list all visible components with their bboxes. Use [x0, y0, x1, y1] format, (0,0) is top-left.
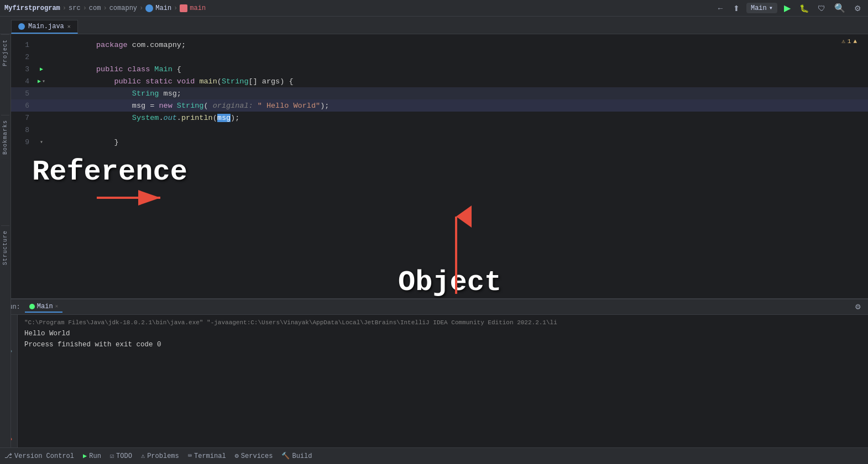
code-line-9: 9 ▾ }	[11, 136, 868, 148]
bottom-panel: Run: Main ✕ ⚙ ▶ ↑ 🔧 ↓ ■ ↵ 🖨 ⊞ 🗑	[0, 298, 868, 447]
vcs-icon: ⎇	[4, 452, 12, 460]
run-status-icon	[29, 304, 35, 309]
editor-area: ⚠ 1 ▲ 1 package com.comapny; 2 3	[11, 34, 868, 298]
main-method-icon	[180, 4, 187, 12]
code-container: 1 package com.comapny; 2 3 ▶ public cl	[11, 34, 868, 152]
services-label: Services	[241, 452, 273, 460]
console-line-3: Process finished with exit code 0	[24, 339, 861, 350]
line-num-9: 9	[11, 138, 36, 146]
tab-main-java[interactable]: Main.java ✕	[11, 20, 78, 34]
title-bar: Myfirstprogram › src › com › comapny › M…	[0, 0, 868, 17]
line-gutter-4: ▶ ▾	[36, 78, 47, 85]
status-bar: ⎇ Version Control ▶ Run ☑ TODO ⚠ Problem…	[0, 447, 868, 464]
status-problems[interactable]: ⚠ Problems	[141, 452, 179, 460]
line-num-2: 2	[11, 53, 36, 61]
bottom-tabs: Run: Main ✕ ⚙	[0, 299, 868, 315]
project-name[interactable]: Myfirstprogram	[4, 4, 60, 12]
todo-label: TODO	[116, 452, 132, 460]
bottom-tab-main[interactable]: Main ✕	[25, 302, 62, 313]
tab-java-icon	[18, 23, 25, 30]
breadcrumb-main: Main	[155, 4, 171, 12]
coverage-button[interactable]: 🛡	[815, 3, 828, 14]
bottom-content: ▶ ↑ 🔧 ↓ ■ ↵ 🖨 ⊞ 🗑 📌 "C:\Program Files\Ja…	[0, 315, 868, 447]
status-version-control[interactable]: ⎇ Version Control	[4, 452, 74, 460]
run-gutter-icon-4[interactable]: ▶	[38, 78, 41, 85]
build-icon: 🔨	[281, 452, 290, 460]
main-class-icon	[145, 4, 153, 12]
search-button[interactable]: 🔍	[832, 2, 848, 14]
run-status-play-icon: ▶	[83, 452, 87, 460]
terminal-icon: ⌨	[188, 452, 192, 460]
reference-arrow	[97, 189, 169, 209]
console-command: "C:\Program Files\Java\jdk-18.0.2.1\bin\…	[24, 318, 861, 328]
project-label[interactable]: Project	[1, 34, 9, 71]
fold-icon-4[interactable]: ▾	[42, 78, 45, 85]
problems-label: Problems	[147, 452, 179, 460]
console-line-1: Hello World	[24, 328, 861, 339]
breadcrumb-main-method: main	[190, 4, 206, 12]
run-config[interactable]: Main ▾	[746, 3, 777, 13]
vcs-label: Version Control	[14, 452, 74, 460]
line-num-1: 1	[11, 41, 36, 49]
breadcrumb-src: src	[69, 4, 81, 12]
tab-close-button[interactable]: ✕	[67, 23, 71, 30]
breadcrumb-com: com	[89, 4, 101, 12]
breadcrumb: Myfirstprogram › src › com › comapny › M…	[4, 4, 206, 12]
left-sidebar: Project Bookmarks Structure	[0, 34, 11, 447]
line-gutter-9: ▾	[36, 139, 47, 145]
run-config-arrow: ▾	[769, 4, 773, 12]
console-output: "C:\Program Files\Java\jdk-18.0.2.1\bin\…	[18, 315, 868, 447]
line-num-5: 5	[11, 89, 36, 98]
code-content-9[interactable]: }	[47, 130, 119, 155]
tab-bar: Main.java ✕	[0, 17, 868, 34]
run-status-label: Run	[89, 452, 101, 460]
code-line-1: 1 package com.comapny;	[11, 39, 868, 51]
bookmarks-label[interactable]: Bookmarks	[1, 115, 9, 159]
debug-button[interactable]: 🐛	[797, 3, 811, 14]
run-button[interactable]: ▶	[782, 2, 793, 14]
todo-icon: ☑	[110, 452, 114, 460]
status-run[interactable]: ▶ Run	[83, 452, 101, 460]
bottom-settings-button[interactable]: ⚙	[853, 302, 864, 313]
line-num-4: 4	[11, 77, 36, 86]
settings-button[interactable]: ⚙	[852, 3, 864, 14]
run-gutter-icon-3[interactable]: ▶	[40, 66, 43, 72]
status-build[interactable]: 🔨 Build	[281, 452, 312, 460]
line-num-8: 8	[11, 126, 36, 134]
bottom-tab-main-label: Main	[37, 303, 53, 310]
object-arrow	[448, 211, 464, 298]
build-label: Build	[292, 452, 312, 460]
code-line-7: 7 System.out.println(msg);	[11, 112, 868, 124]
bottom-tab-close[interactable]: ✕	[55, 303, 58, 309]
terminal-label: Terminal	[194, 452, 226, 460]
breadcrumb-comapny: comapny	[109, 4, 137, 12]
tab-label: Main.java	[28, 23, 64, 30]
annotation-object: Object	[398, 266, 501, 298]
status-services[interactable]: ⚙ Services	[235, 452, 273, 460]
line-num-3: 3	[11, 65, 36, 73]
line-num-6: 6	[11, 102, 36, 110]
problems-icon: ⚠	[141, 452, 145, 460]
annotation-reference: Reference	[32, 156, 187, 188]
structure-label[interactable]: Structure	[1, 225, 9, 270]
run-config-label: Main	[751, 4, 767, 12]
code-line-8: 8	[11, 124, 868, 136]
toolbar-right: ← ⬆ Main ▾ ▶ 🐛 🛡 🔍 ⚙	[714, 2, 864, 14]
line-num-7: 7	[11, 114, 36, 122]
fold-icon-9[interactable]: ▾	[40, 139, 43, 145]
git-button[interactable]: ⬆	[731, 3, 742, 14]
status-todo[interactable]: ☑ TODO	[110, 452, 132, 460]
back-button[interactable]: ←	[714, 3, 726, 14]
services-icon: ⚙	[235, 452, 239, 460]
line-gutter-3: ▶	[36, 66, 47, 72]
status-terminal[interactable]: ⌨ Terminal	[188, 452, 226, 460]
